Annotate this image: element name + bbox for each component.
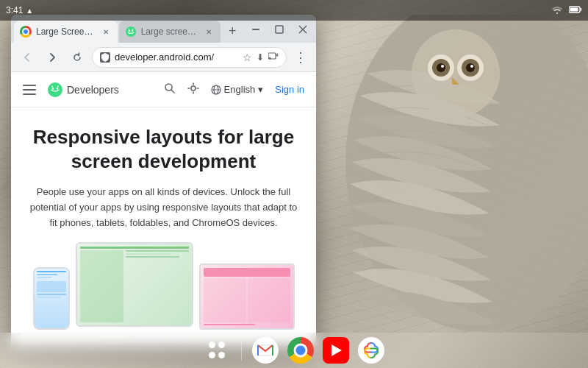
language-selector[interactable]: English ▾	[211, 84, 264, 95]
address-bar: developer.android.com/ ☆ ⬇ ⋮	[11, 43, 316, 72]
status-bar-left: 3:41 ▲	[6, 5, 33, 15]
svg-point-22	[269, 57, 271, 60]
photos-app-icon[interactable]	[355, 334, 387, 367]
chrome-icon	[287, 337, 314, 364]
device-preview-section	[26, 242, 301, 330]
svg-rect-12	[570, 7, 578, 11]
svg-line-16	[132, 29, 133, 30]
tab-2[interactable]: Large screen... ✕	[119, 21, 221, 43]
sign-in-button[interactable]: Sign in	[275, 84, 304, 95]
brightness-icon[interactable]	[187, 82, 199, 97]
wallpaper-art	[294, 15, 588, 353]
svg-point-29	[191, 86, 196, 91]
chrome-menu-button[interactable]: ⋮	[291, 49, 310, 66]
svg-point-8	[441, 65, 444, 68]
download-icon[interactable]: ⬇	[257, 52, 264, 63]
main-content: Responsive layouts for large screen deve…	[11, 107, 316, 342]
svg-point-9	[470, 65, 473, 68]
dev-logo-text: Developers	[67, 84, 119, 96]
svg-point-23	[52, 88, 54, 89]
svg-point-14	[132, 30, 133, 32]
maximize-button[interactable]	[269, 19, 290, 40]
app-launcher-button[interactable]	[200, 333, 235, 368]
tablet-preview	[76, 242, 193, 327]
site-security-icon	[100, 52, 110, 63]
svg-point-7	[466, 63, 475, 72]
browser-window: Large Screen... ✕ Large screen... ✕ +	[11, 15, 316, 346]
chrome-favicon-icon	[20, 26, 32, 38]
status-bar-right	[551, 5, 582, 16]
svg-line-26	[57, 85, 59, 88]
svg-point-1	[412, 29, 500, 118]
gmail-app-icon[interactable]	[249, 334, 282, 367]
tab-2-close-button[interactable]: ✕	[203, 26, 215, 38]
chrome-app-icon[interactable]	[284, 334, 317, 367]
svg-rect-11	[581, 8, 582, 11]
photos-icon	[358, 337, 384, 364]
svg-line-15	[129, 29, 129, 30]
launcher-icon	[209, 342, 226, 359]
language-label: English	[224, 84, 256, 95]
page-title: Responsive layouts for large screen deve…	[26, 125, 301, 173]
taskbar	[0, 333, 588, 368]
tab-1-close-button[interactable]: ✕	[100, 26, 112, 38]
android-logo-icon	[48, 82, 62, 97]
phone-preview	[33, 267, 70, 330]
refresh-button[interactable]	[67, 47, 87, 68]
site-content: Developers English ▾ Sign in Responsiv	[11, 72, 316, 346]
android-favicon-icon	[126, 26, 136, 37]
gmail-icon	[252, 337, 279, 364]
svg-point-13	[129, 30, 130, 32]
status-time: 3:41	[6, 5, 23, 15]
youtube-play-icon	[331, 344, 342, 356]
url-text: developer.android.com/	[115, 52, 238, 63]
svg-rect-18	[276, 26, 283, 33]
status-signal-icon: ▲	[26, 7, 33, 15]
new-tab-button[interactable]: +	[222, 21, 243, 41]
youtube-icon	[323, 337, 349, 364]
search-icon[interactable]	[164, 82, 176, 97]
svg-line-28	[171, 90, 174, 93]
wifi-icon	[551, 5, 563, 16]
tab-1-title: Large Screen...	[36, 26, 96, 37]
minimize-button[interactable]	[245, 19, 266, 40]
tab-1[interactable]: Large Screen... ✕	[14, 21, 118, 43]
youtube-app-icon[interactable]	[320, 334, 352, 367]
svg-point-6	[437, 63, 445, 72]
tab-2-favicon	[125, 26, 137, 38]
tab-bar-controls	[245, 19, 313, 40]
forward-button[interactable]	[42, 47, 62, 68]
url-bar[interactable]: developer.android.com/ ☆ ⬇	[92, 47, 287, 68]
close-button[interactable]	[293, 19, 313, 40]
svg-line-25	[52, 85, 54, 88]
bookmark-icon[interactable]: ☆	[243, 52, 252, 63]
taskbar-divider	[241, 340, 242, 361]
back-button[interactable]	[17, 47, 37, 68]
language-dropdown-icon: ▾	[258, 84, 263, 95]
tab-1-favicon	[20, 26, 32, 38]
svg-rect-17	[252, 29, 259, 30]
svg-point-24	[57, 88, 58, 89]
tab-2-title: Large screen...	[141, 26, 199, 37]
laptop-preview	[199, 263, 295, 330]
page-description: People use your apps on all kinds of dev…	[26, 185, 301, 230]
dev-logo: Developers	[48, 82, 119, 97]
hamburger-menu-button[interactable]	[23, 85, 36, 95]
chromecast-icon	[268, 52, 279, 63]
dev-nav: Developers English ▾ Sign in	[11, 72, 316, 107]
battery-icon	[569, 5, 582, 16]
status-bar: 3:41 ▲	[0, 0, 588, 21]
